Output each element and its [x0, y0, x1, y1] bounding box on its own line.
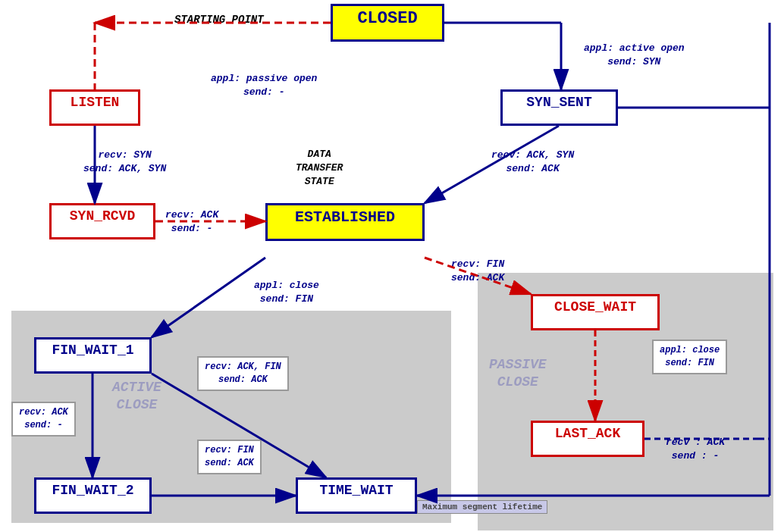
label-appl-close: appl: closesend: FIN [254, 279, 319, 306]
label-recv-syn: recv: SYNsend: ACK, SYN [83, 149, 166, 176]
state-last-ack: LAST_ACK [531, 421, 644, 457]
active-close-label: ACTIVECLOSE [112, 379, 162, 415]
label-active-open: appl: active opensend: SYN [584, 42, 685, 69]
state-syn-sent: SYN_SENT [500, 89, 618, 126]
note-recv-ack-fin: recv: ACK, FINsend: ACK [197, 356, 289, 391]
label-recv-ack-lastack: recv : ACKsend : - [666, 436, 725, 463]
state-time-wait: TIME_WAIT [296, 477, 417, 514]
note-recv-fin-fw2: recv: FINsend: ACK [197, 440, 262, 474]
state-closed: CLOSED [331, 4, 444, 42]
label-passive-open: appl: passive opensend: - [211, 72, 317, 99]
state-syn-rcvd: SYN_RCVD [49, 203, 155, 239]
label-recv-fin-established: recv: FINsend: ACK [451, 258, 504, 285]
note-appl-close-cw: appl: closesend: FIN [652, 340, 727, 374]
state-established: ESTABLISHED [265, 203, 425, 241]
label-recv-ack-syn: recv: ACK, SYNsend: ACK [491, 149, 574, 176]
label-recv-ack-synrcvd: recv: ACKsend: - [165, 208, 218, 236]
state-fin-wait-2: FIN_WAIT_2 [34, 477, 152, 514]
data-transfer-label: DATATRANSFERSTATE [296, 148, 343, 189]
starting-point-label: STARTING POINT [174, 14, 264, 26]
max-segment-label: Maximum segment lifetime [417, 500, 547, 514]
state-close-wait: CLOSE_WAIT [531, 294, 660, 330]
state-listen: LISTEN [49, 89, 140, 126]
state-fin-wait-1: FIN_WAIT_1 [34, 337, 152, 374]
passive-close-label: PASSIVECLOSE [489, 356, 547, 392]
note-recv-ack-fw1: recv: ACKsend: - [11, 402, 76, 437]
